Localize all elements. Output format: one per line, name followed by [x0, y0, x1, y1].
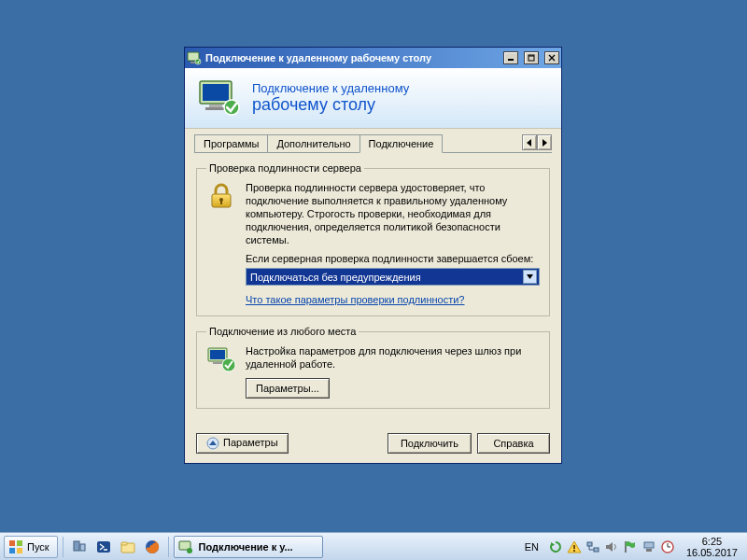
taskbar: Пуск Подключение к у... EN 6:25 16.05.20… — [0, 532, 747, 560]
app-icon — [178, 539, 193, 554]
server-auth-group: Проверка подлинности сервера Проверка по… — [196, 162, 550, 316]
svg-rect-30 — [80, 544, 85, 551]
taskbar-separator — [63, 537, 63, 557]
options-toggle-button[interactable]: Параметры — [196, 433, 289, 454]
tray-icons — [548, 539, 675, 554]
svg-rect-42 — [594, 548, 599, 552]
svg-rect-17 — [220, 201, 222, 204]
lock-icon — [206, 181, 236, 211]
svg-rect-25 — [9, 540, 15, 546]
maximize-button[interactable] — [524, 51, 539, 64]
titlebar[interactable]: Подключение к удаленному рабочему столу — [185, 48, 561, 68]
svg-rect-29 — [74, 541, 79, 551]
header-line1: Подключение к удаленному — [252, 81, 409, 95]
dialog-buttons: Параметры Подключить Справка — [185, 427, 561, 463]
dialog-header: Подключение к удаленному рабочему столу — [185, 68, 561, 129]
gateway-group: Подключение из любого места Настройка па… — [196, 326, 550, 409]
tab-advanced[interactable]: Дополнительно — [267, 134, 359, 152]
window-title: Подключение к удаленному рабочему столу — [205, 52, 498, 63]
svg-rect-41 — [587, 542, 592, 546]
tray-refresh-icon[interactable] — [548, 539, 563, 554]
quicklaunch-server-manager[interactable] — [68, 536, 91, 558]
windows-logo-icon — [8, 539, 23, 554]
taskbar-clock[interactable]: 6:25 16.05.2017 — [681, 536, 743, 558]
auth-description: Проверка подлинности сервера удостоверяе… — [246, 181, 540, 246]
svg-rect-21 — [213, 362, 222, 364]
connect-button[interactable]: Подключить — [388, 433, 472, 454]
gateway-icon — [206, 344, 236, 374]
gateway-description: Настройка параметров для подключения чер… — [246, 344, 540, 371]
auth-prompt: Если серверная проверка подлинности заве… — [246, 252, 540, 265]
gateway-legend: Подключение из любого места — [206, 326, 359, 337]
svg-marker-43 — [606, 542, 613, 552]
taskbar-item-rdp[interactable]: Подключение к у... — [174, 536, 323, 558]
svg-rect-20 — [210, 350, 225, 359]
svg-point-36 — [187, 548, 192, 553]
language-indicator[interactable]: EN — [521, 541, 543, 553]
svg-rect-9 — [203, 84, 229, 101]
clock-time: 6:25 — [686, 536, 738, 547]
svg-rect-11 — [205, 107, 226, 110]
svg-rect-33 — [121, 542, 127, 545]
help-button[interactable]: Справка — [477, 433, 550, 454]
close-button[interactable] — [544, 51, 559, 64]
minimize-button[interactable] — [503, 51, 518, 64]
chevron-up-icon — [206, 437, 219, 450]
svg-rect-10 — [209, 105, 222, 107]
system-tray: EN 6:25 16.05.2017 — [521, 533, 743, 560]
auth-help-link[interactable]: Что такое параметры проверки подлинности… — [246, 293, 464, 306]
svg-marker-18 — [527, 274, 533, 279]
tray-warning-icon[interactable] — [567, 539, 582, 554]
svg-marker-14 — [543, 139, 547, 147]
svg-rect-27 — [9, 548, 15, 553]
tray-network-icon[interactable] — [585, 539, 600, 554]
tray-sound-icon[interactable] — [604, 539, 619, 554]
svg-rect-39 — [573, 545, 575, 549]
tab-scroll-left[interactable] — [522, 134, 537, 150]
rdp-dialog: Подключение к удаленному рабочему столу … — [184, 47, 562, 464]
start-label: Пуск — [27, 541, 49, 553]
rdp-monitor-icon — [196, 76, 241, 120]
svg-rect-45 — [644, 542, 654, 548]
quicklaunch-firefox[interactable] — [141, 536, 163, 558]
svg-rect-40 — [573, 550, 575, 552]
server-auth-legend: Проверка подлинности сервера — [206, 162, 364, 174]
tab-scroll-buttons — [522, 134, 552, 152]
tray-flag-icon[interactable] — [623, 539, 638, 554]
header-text: Подключение к удаленному рабочему столу — [252, 81, 409, 115]
quicklaunch-explorer[interactable] — [117, 536, 139, 558]
tab-connection[interactable]: Подключение — [359, 134, 444, 153]
svg-marker-13 — [527, 139, 531, 147]
tray-clock-icon[interactable] — [660, 539, 675, 554]
quicklaunch-powershell[interactable] — [92, 536, 115, 558]
tab-programs[interactable]: Программы — [194, 134, 268, 152]
chevron-down-icon — [523, 270, 537, 284]
header-line2: рабочему столу — [252, 95, 409, 115]
tab-scroll-right[interactable] — [537, 134, 552, 150]
svg-rect-28 — [17, 548, 22, 553]
auth-failure-dropdown[interactable]: Подключаться без предупреждения — [246, 268, 540, 286]
start-button[interactable]: Пуск — [4, 536, 58, 558]
app-icon — [187, 50, 202, 65]
svg-marker-37 — [551, 542, 555, 547]
tab-strip: Программы Дополнительно Подключение — [194, 134, 552, 153]
tab-content: Проверка подлинности сервера Проверка по… — [185, 153, 561, 427]
tray-devices-icon[interactable] — [641, 539, 656, 554]
svg-rect-46 — [646, 549, 652, 552]
taskbar-separator — [168, 537, 169, 557]
gateway-settings-button[interactable]: Параметры... — [246, 378, 330, 399]
dropdown-value: Подключаться без предупреждения — [250, 271, 421, 284]
task-label: Подключение к у... — [199, 541, 293, 553]
svg-rect-26 — [17, 540, 22, 546]
clock-date: 16.05.2017 — [686, 547, 738, 558]
